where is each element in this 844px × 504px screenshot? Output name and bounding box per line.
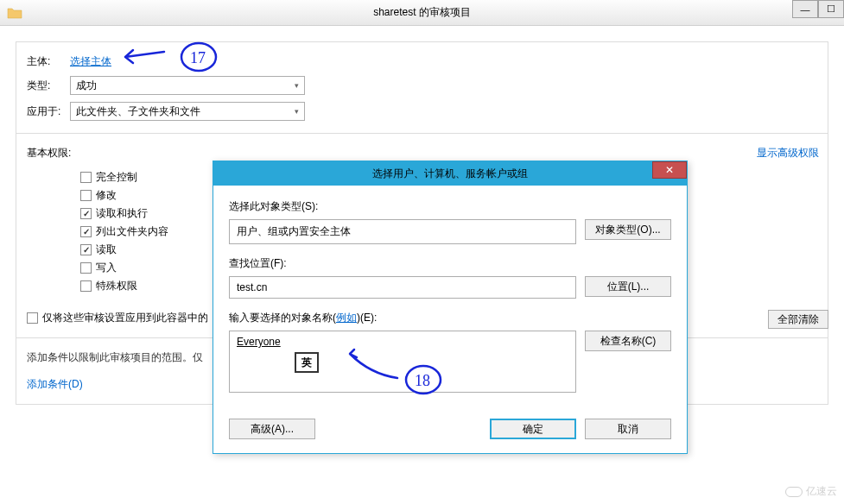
dialog-titlebar[interactable]: 选择用户、计算机、服务帐户或组 ✕ <box>213 161 687 186</box>
applies-select[interactable]: 此文件夹、子文件夹和文件 ▾ <box>70 102 305 121</box>
clear-all-button[interactable]: 全部清除 <box>768 310 828 329</box>
show-advanced-link[interactable]: 显示高级权限 <box>757 146 819 161</box>
principal-label: 主体: <box>27 54 70 69</box>
watermark: 亿速云 <box>785 484 837 499</box>
location-field: test.cn <box>229 276 576 299</box>
checkbox-icon[interactable] <box>80 244 92 255</box>
select-principal-link[interactable]: 选择主体 <box>70 54 111 69</box>
cloud-icon <box>785 487 803 497</box>
type-select[interactable]: 成功 ▾ <box>70 76 305 95</box>
cancel-button[interactable]: 取消 <box>585 419 671 439</box>
ime-indicator: 英 <box>295 352 319 373</box>
checkbox-icon[interactable] <box>80 190 92 201</box>
dialog-title: 选择用户、计算机、服务帐户或组 <box>372 167 528 181</box>
permissions-title: 基本权限: <box>27 146 817 161</box>
dialog-body: 选择此对象类型(S): 用户、组或内置安全主体 对象类型(O)... 查找位置(… <box>213 186 687 419</box>
type-label: 类型: <box>27 79 70 93</box>
location-label: 查找位置(F): <box>229 256 671 271</box>
titlebar: sharetest 的审核项目 — ☐ <box>0 0 844 26</box>
window-title: sharetest 的审核项目 <box>373 5 471 20</box>
dialog-footer: 高级(A)... 确定 取消 <box>213 419 687 453</box>
names-value: Everyone <box>237 336 281 348</box>
applies-label: 应用于: <box>27 104 70 119</box>
apply-only-label: 仅将这些审核设置应用到此容器中的 <box>42 311 208 325</box>
chevron-down-icon: ▾ <box>295 107 299 116</box>
check-names-button[interactable]: 检查名称(C) <box>585 331 671 351</box>
type-value: 成功 <box>76 79 97 93</box>
checkbox-icon[interactable] <box>80 208 92 219</box>
select-object-dialog: 选择用户、计算机、服务帐户或组 ✕ 选择此对象类型(S): 用户、组或内置安全主… <box>213 161 688 454</box>
close-button[interactable]: ✕ <box>652 161 687 179</box>
applies-value: 此文件夹、子文件夹和文件 <box>76 104 200 119</box>
object-types-button[interactable]: 对象类型(O)... <box>585 219 671 240</box>
names-input[interactable]: Everyone 英 <box>229 331 576 393</box>
chevron-down-icon: ▾ <box>295 81 299 90</box>
object-type-label: 选择此对象类型(S): <box>229 199 671 214</box>
object-type-field: 用户、组或内置安全主体 <box>229 219 576 244</box>
checkbox-icon[interactable] <box>80 262 92 274</box>
names-label: 输入要选择的对象名称(例如)(E): <box>229 311 671 325</box>
checkbox-icon[interactable] <box>80 172 92 183</box>
add-condition-link[interactable]: 添加条件(D) <box>27 378 83 390</box>
close-icon: ✕ <box>665 164 674 176</box>
checkbox-icon[interactable] <box>80 280 92 292</box>
minimize-button[interactable]: — <box>792 0 818 18</box>
location-button[interactable]: 位置(L)... <box>585 276 671 297</box>
example-link[interactable]: 例如 <box>336 312 357 324</box>
principal-panel: 主体: 选择主体 类型: 成功 ▾ 应用于: 此文件夹、子文件夹和文件 ▾ <box>16 41 828 134</box>
checkbox-icon[interactable] <box>80 226 92 237</box>
maximize-button[interactable]: ☐ <box>818 0 844 18</box>
ok-button[interactable]: 确定 <box>490 419 576 439</box>
checkbox-icon[interactable] <box>27 312 38 324</box>
folder-icon <box>7 7 22 19</box>
advanced-button[interactable]: 高级(A)... <box>229 419 315 439</box>
window-controls: — ☐ <box>792 0 844 18</box>
